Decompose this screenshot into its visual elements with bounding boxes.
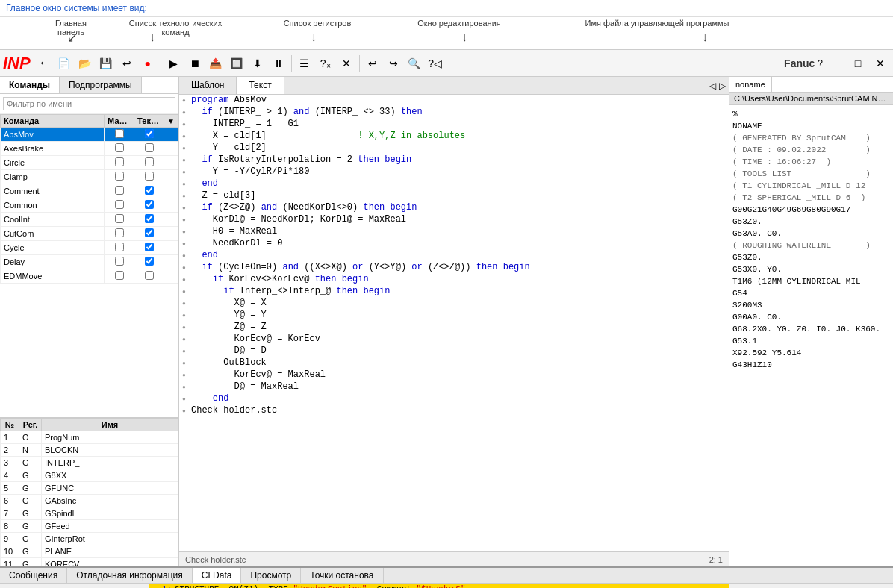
- cmd-check2[interactable]: [134, 227, 164, 241]
- cmd-check1[interactable]: [105, 156, 134, 170]
- toolbar-help[interactable]: ?◁: [426, 54, 445, 73]
- code-line[interactable]: ● if IsRotaryInterpolation = 2 then begi…: [179, 154, 729, 166]
- nc-code-area[interactable]: %NONAME( GENERATED BY SprutCAM )( DATE :…: [729, 105, 893, 566]
- toolbar-close-x[interactable]: ✕: [337, 54, 356, 73]
- code-line[interactable]: ● if KorEcv<>KorEcv@ then begin: [179, 274, 729, 286]
- code-line[interactable]: ● OutBlock: [179, 357, 729, 369]
- col-tek[interactable]: Тек…: [134, 115, 164, 128]
- table-row[interactable]: 11 G KORECV: [1, 558, 178, 567]
- cmd-check2[interactable]: [134, 170, 164, 184]
- toolbar-minimize[interactable]: _: [826, 54, 845, 73]
- code-line[interactable]: ● if (Z<>Z@) and (NeedKorDl<>0) then beg…: [179, 202, 729, 214]
- toolbar-box[interactable]: 🔲: [227, 54, 246, 73]
- code-line[interactable]: ● X@ = X: [179, 298, 729, 310]
- code-line[interactable]: ● X = cld[1] ! X,Y,Z in absolutes: [179, 131, 729, 143]
- code-line[interactable]: ● Z@ = Z: [179, 322, 729, 334]
- cmd-check1[interactable]: [105, 184, 134, 198]
- toolbar-record[interactable]: ●: [138, 54, 158, 73]
- cmd-check1[interactable]: [105, 213, 134, 227]
- filter-input[interactable]: [3, 97, 175, 110]
- table-row[interactable]: 5 G GFUNC: [1, 482, 178, 495]
- code-line[interactable]: ● INTERP_ = 1 G1: [179, 119, 729, 131]
- tab-debug[interactable]: Отладочная информация: [67, 568, 193, 583]
- tab-noname[interactable]: noname: [729, 77, 772, 92]
- cmd-check2[interactable]: [134, 198, 164, 213]
- code-line[interactable]: ● D@ = MaxReal: [179, 381, 729, 393]
- toolbar-open[interactable]: 📂: [75, 54, 95, 73]
- table-row[interactable]: 9 G GInterpRot: [1, 533, 178, 545]
- cmd-check2[interactable]: [134, 255, 164, 269]
- code-line[interactable]: ● KorEcv@ = MaxReal: [179, 369, 729, 381]
- center-icon-left[interactable]: ◁: [709, 81, 716, 91]
- center-icon-right[interactable]: ▷: [719, 81, 726, 91]
- table-row[interactable]: Cycle: [1, 241, 178, 255]
- tab-breakpoints[interactable]: Точки останова: [301, 568, 383, 583]
- table-row[interactable]: 3 G INTERP_: [1, 457, 178, 469]
- table-row[interactable]: 7 G GSpindl: [1, 507, 178, 520]
- cmd-check1[interactable]: [105, 170, 134, 184]
- table-row[interactable]: EDMMove: [1, 269, 178, 284]
- tab-cldata[interactable]: CLData: [193, 568, 242, 583]
- cmd-check2[interactable]: [134, 184, 164, 198]
- toolbar-new[interactable]: 📄: [55, 54, 74, 73]
- code-line[interactable]: ● end: [179, 250, 729, 262]
- cmd-check1[interactable]: [105, 255, 134, 269]
- cmd-check2[interactable]: [134, 142, 164, 156]
- code-line[interactable]: ● KorDl@ = NeedKorDl; KorDl@ = MaxReal: [179, 214, 729, 226]
- cmd-check2[interactable]: [134, 213, 164, 227]
- toolbar-forward[interactable]: ↪: [384, 54, 403, 73]
- code-line[interactable]: ● Z = cld[3]: [179, 190, 729, 202]
- cmd-check2[interactable]: [134, 241, 164, 255]
- toolbar-down[interactable]: ⬇: [248, 54, 267, 73]
- code-line[interactable]: ● if Interp_<>Interp_@ then begin: [179, 286, 729, 298]
- table-row[interactable]: Comment: [1, 184, 178, 198]
- cmd-check2[interactable]: [134, 156, 164, 170]
- code-editor[interactable]: ●program AbsMov● if (INTERP_ > 1) and (I…: [179, 95, 729, 551]
- tab-commands[interactable]: Команды: [0, 77, 60, 93]
- toolbar-search[interactable]: 🔍: [405, 54, 424, 73]
- cmd-check1[interactable]: [105, 128, 134, 142]
- toolbar-back[interactable]: ↩: [363, 54, 382, 73]
- code-line[interactable]: ● if (CycleOn=0) and ((X<>X@) or (Y<>Y@)…: [179, 262, 729, 274]
- code-line[interactable]: ● Y@ = Y: [179, 310, 729, 322]
- tab-preview[interactable]: Просмотр: [241, 568, 301, 583]
- cmd-check2[interactable]: [134, 269, 164, 284]
- toolbar-save[interactable]: 💾: [96, 54, 116, 73]
- toolbar-question-x[interactable]: ?ₓ: [316, 54, 335, 73]
- table-row[interactable]: CoolInt: [1, 213, 178, 227]
- table-row[interactable]: 8 G GFeed: [1, 520, 178, 533]
- table-row[interactable]: Clamp: [1, 170, 178, 184]
- toolbar-window-close[interactable]: ✕: [871, 54, 890, 73]
- col-command[interactable]: Команда: [1, 115, 105, 128]
- table-row[interactable]: Circle: [1, 156, 178, 170]
- toolbar-pause[interactable]: ⏸: [269, 54, 288, 73]
- code-line[interactable]: ●program AbsMov: [179, 95, 729, 107]
- code-line[interactable]: ● H0 = MaxReal: [179, 226, 729, 238]
- code-line[interactable]: ● D@ = D: [179, 345, 729, 357]
- toolbar-export[interactable]: 📤: [206, 54, 225, 73]
- code-line[interactable]: ● if (INTERP_ > 1) and (INTERP_ <> 33) t…: [179, 107, 729, 119]
- table-row[interactable]: 10 G PLANE: [1, 545, 178, 558]
- table-row[interactable]: 2 N BLOCKN: [1, 444, 178, 457]
- cmd-check1[interactable]: [105, 142, 134, 156]
- code-line[interactable]: ● NeedKorDl = 0: [179, 238, 729, 250]
- tab-messages[interactable]: Сообщения: [0, 568, 67, 583]
- code-line[interactable]: ● KorEcv@ = KorEcv: [179, 334, 729, 345]
- tab-subroutines[interactable]: Подпрограммы: [60, 77, 142, 93]
- table-row[interactable]: 4 G G8XX: [1, 469, 178, 482]
- col-sort[interactable]: ▼: [164, 115, 178, 128]
- code-line[interactable]: ●Check holder.stc: [179, 405, 729, 417]
- cmd-check1[interactable]: [105, 198, 134, 213]
- toolbar-undo[interactable]: ↩: [117, 54, 137, 73]
- toolbar-list[interactable]: ☰: [295, 54, 314, 73]
- table-row[interactable]: AxesBrake: [1, 142, 178, 156]
- tab-text[interactable]: Текст: [237, 77, 284, 94]
- code-line[interactable]: ● Y = cld[2]: [179, 143, 729, 154]
- code-line[interactable]: ● Y = -Y/CylR/Pi*180: [179, 166, 729, 178]
- code-line[interactable]: ● end: [179, 178, 729, 190]
- col-ma[interactable]: Ма…: [105, 115, 134, 128]
- cmd-check1[interactable]: [105, 227, 134, 241]
- toolbar-play[interactable]: ▶: [164, 54, 184, 73]
- table-row[interactable]: 1 O ProgNum: [1, 431, 178, 444]
- table-row[interactable]: Common: [1, 198, 178, 213]
